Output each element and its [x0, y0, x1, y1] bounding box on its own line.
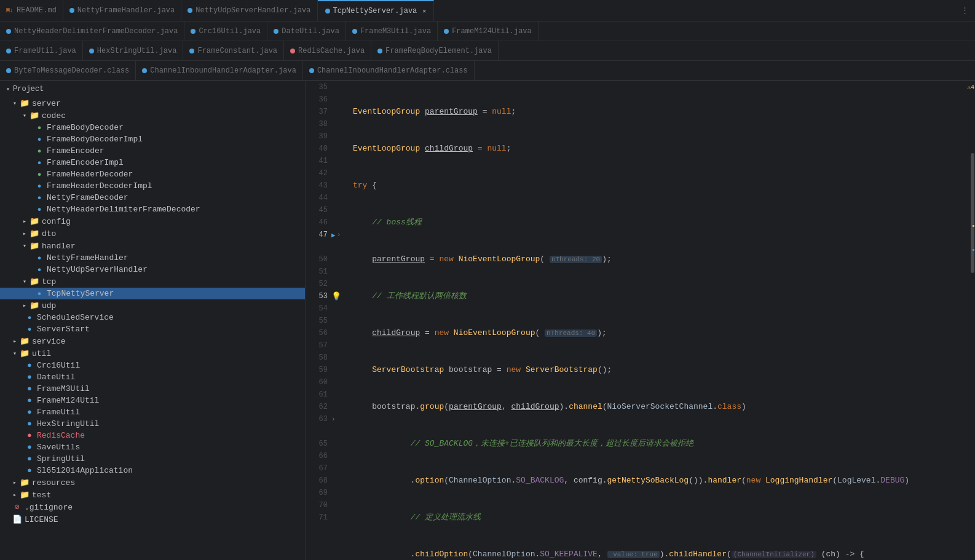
java-icon: ● — [34, 136, 44, 143]
tab-hexstring[interactable]: HexStringUtil.java — [83, 41, 184, 61]
sidebar-item-nettyudpserverhandler[interactable]: ● NettyUdpServerHandler — [0, 264, 305, 275]
tab-nettyudp[interactable]: NettyUdpServerHandler.java — [181, 0, 317, 22]
sidebar-item-udp[interactable]: ▸ 📁 udp — [0, 299, 305, 312]
tab-channelinbound[interactable]: ChannelInboundHandlerAdapter.java — [136, 61, 303, 81]
tabs-row-2: NettyHeaderDelimiterFrameDecoder.java Cr… — [0, 22, 975, 41]
tab-bytetomsg[interactable]: ByteToMessageDecoder.class — [0, 61, 136, 81]
sidebar-item-frameencoderimpl[interactable]: ● FrameEncoderImpl — [0, 157, 305, 168]
code-line-37: try { — [353, 179, 968, 192]
sidebar-header[interactable]: ▾ Project — [0, 81, 305, 97]
tab-frameconstant[interactable]: FrameConstant.java — [183, 41, 284, 61]
tab-icon — [274, 29, 278, 34]
folder-icon: 📁 — [30, 241, 39, 251]
sidebar-item-frameutil[interactable]: ● FrameUtil — [0, 406, 305, 418]
sidebar-item-server[interactable]: ▾ 📁 server — [0, 97, 305, 109]
arrow-icon: ▾ — [20, 242, 30, 250]
sidebar-item-framebodydecoder[interactable]: ● FrameBodyDecoder — [0, 122, 305, 133]
sidebar-item-frameheaderdecoderImpl[interactable]: ● FrameHeaderDecoderImpl — [0, 180, 305, 192]
tabs-more-btn[interactable]: ⋮ — [955, 6, 975, 15]
tab-tcpnetty[interactable]: TcpNettyServer.java ✕ — [318, 0, 435, 22]
run-icon[interactable]: ▶ › — [331, 229, 350, 241]
sidebar-item-util[interactable]: ▾ 📁 util — [0, 347, 305, 360]
sidebar-item-framem124util[interactable]: ● FrameM124Util — [0, 395, 305, 406]
sidebar-item-dateutil[interactable]: ● DateUtil — [0, 371, 305, 383]
sidebar-item-nettyheaderdelimiter[interactable]: ● NettyHeaderDelimiterFrameDecoder — [0, 203, 305, 215]
tab-nettyframe[interactable]: NettyFrameHandler.java — [63, 0, 181, 22]
tab-crc16[interactable]: Crc16Util.java — [184, 22, 267, 41]
tab-dateutil[interactable]: DateUtil.java — [267, 22, 346, 41]
sidebar-item-label: ServerStart — [37, 325, 90, 334]
folder-icon: 📁 — [20, 490, 30, 500]
sidebar-item-tcp[interactable]: ▾ 📁 tcp — [0, 275, 305, 288]
java-icon: ● — [25, 408, 34, 417]
tab-label: FrameM3Util.java — [360, 27, 431, 36]
tab-framereq[interactable]: FrameReqBodyElement.java — [371, 41, 499, 61]
sidebar-item-label: Sl6512014Application — [37, 466, 133, 475]
sidebar-item-label: Crc16Util — [37, 361, 80, 370]
tab-label: NettyHeaderDelimiterFrameDecoder.java — [14, 27, 178, 36]
sidebar-item-config[interactable]: ▸ 📁 config — [0, 215, 305, 227]
code-line-36: EventLoopGroup childGroup = null; — [353, 143, 968, 155]
sidebar-item-crc16util[interactable]: ● Crc16Util — [0, 360, 305, 371]
sidebar-item-codec[interactable]: ▾ 📁 codec — [0, 109, 305, 122]
sidebar-item-serverstart[interactable]: ● ServerStart — [0, 323, 305, 335]
tab-readme[interactable]: M↓ README.md — [0, 0, 63, 22]
sidebar-item-label: dto — [42, 229, 56, 239]
tab-frameutil[interactable]: FrameUtil.java — [0, 41, 83, 61]
sidebar-item-hexstringutil[interactable]: ● HexStringUtil — [0, 418, 305, 430]
folder-icon: 📁 — [30, 229, 39, 239]
tab-nettyheader[interactable]: NettyHeaderDelimiterFrameDecoder.java — [0, 22, 184, 41]
tab-icon-md: M↓ — [6, 7, 14, 14]
sidebar-item-label: NettyFrameDecoder — [47, 193, 128, 202]
code-line-46: // 定义处理流水线 — [353, 511, 968, 524]
tab-framem3[interactable]: FrameM3Util.java — [346, 22, 438, 41]
sidebar-item-nettyframehandler[interactable]: ● NettyFrameHandler — [0, 252, 305, 264]
sidebar-item-label: FrameHeaderDecoder — [47, 170, 133, 179]
app-container: M↓ README.md NettyFrameHandler.java Nett… — [0, 0, 975, 560]
sidebar-item-license[interactable]: 📄 LICENSE — [0, 513, 305, 526]
tab-framem124[interactable]: FrameM124Util.java — [438, 22, 539, 41]
sidebar-item-label: test — [32, 491, 51, 500]
sidebar-item-rediscache[interactable]: ● RedisCache — [0, 430, 305, 441]
sidebar-item-label: RedisCache — [37, 431, 85, 440]
sidebar-item-handler[interactable]: ▾ 📁 handler — [0, 240, 305, 252]
collapse-icon[interactable]: › — [331, 413, 350, 425]
editor-content[interactable]: 35 36 37 38 39 40 41 42 43 44 45 46 47 5… — [306, 81, 975, 560]
sidebar-item-resources[interactable]: ▸ 📁 resources — [0, 476, 305, 489]
tab-channelinbound2[interactable]: ChannelInboundHandlerAdapter.class — [303, 61, 475, 81]
code-line-41: childGroup = new NioEventLoopGroup( nThr… — [353, 327, 968, 339]
sidebar-item-label: handler — [42, 242, 76, 251]
bulb-icon[interactable]: 💡 — [331, 290, 350, 302]
sidebar-item-label: TcpNettyServer — [47, 289, 114, 298]
editor-scrollbar[interactable]: ⚠4 — [968, 81, 975, 560]
java-icon: ● — [25, 326, 34, 333]
sidebar-item-framem3util[interactable]: ● FrameM3Util — [0, 383, 305, 395]
sidebar-item-tcpnettyserver[interactable]: ● TcpNettyServer — [0, 288, 305, 299]
sidebar-item-sl6512014app[interactable]: ● Sl6512014Application — [0, 465, 305, 476]
sidebar-item-label: ScheduledService — [37, 313, 114, 322]
close-icon[interactable]: ✕ — [422, 7, 426, 15]
sidebar-item-frameencoder[interactable]: ● FrameEncoder — [0, 145, 305, 157]
sidebar-item-saveutils[interactable]: ● SaveUtils — [0, 441, 305, 453]
expand-icon: › — [337, 231, 341, 239]
sidebar-item-label: FrameEncoder — [47, 146, 105, 156]
java-icon: ● — [34, 159, 44, 167]
tab-label: HexStringUtil.java — [97, 47, 177, 55]
sidebar-item-frameheaderdecoder[interactable]: ● FrameHeaderDecoder — [0, 168, 305, 180]
project-label: Project — [13, 85, 44, 93]
tab-label: NettyUdpServerHandler.java — [195, 6, 310, 15]
sidebar-item-test[interactable]: ▸ 📁 test — [0, 489, 305, 501]
sidebar-item-label: FrameM124Util — [37, 396, 99, 405]
sidebar-item-gitignore[interactable]: ⊘ .gitignore — [0, 501, 305, 513]
scrollbar-thumb[interactable] — [971, 153, 974, 273]
sidebar-item-nettyframedecoder[interactable]: ● NettyFrameDecoder — [0, 192, 305, 203]
tab-icon — [142, 68, 147, 73]
tab-rediscache[interactable]: RedisCache.java — [284, 41, 371, 61]
sidebar-item-service[interactable]: ▸ 📁 service — [0, 335, 305, 347]
main-layout: ▾ Project ▾ 📁 server ▾ 📁 codec ● FrameBo… — [0, 81, 975, 560]
sidebar-item-framebodydecoderImpl[interactable]: ● FrameBodyDecoderImpl — [0, 133, 305, 145]
tab-label: README.md — [17, 6, 57, 15]
sidebar-item-scheduledservice[interactable]: ● ScheduledService — [0, 312, 305, 323]
sidebar-item-dto[interactable]: ▸ 📁 dto — [0, 227, 305, 240]
sidebar-item-springutil[interactable]: ● SpringUtil — [0, 453, 305, 465]
